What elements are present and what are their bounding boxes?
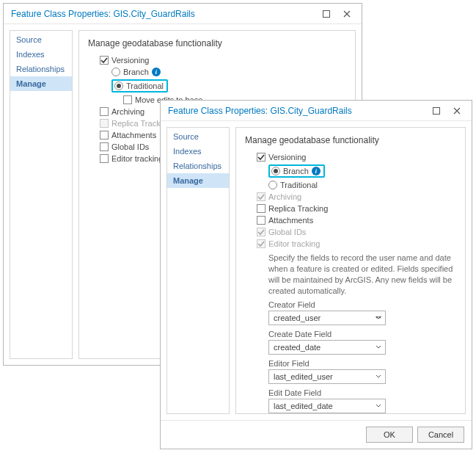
branch-radio[interactable]	[271, 167, 280, 175]
window-title: Feature Class Properties: GIS.City_Guard…	[11, 9, 316, 19]
creator-field-combo[interactable]: created_user	[268, 311, 386, 325]
content-heading: Manage geodatabase functionality	[88, 38, 346, 48]
archiving-label: Archiving	[111, 107, 144, 116]
maximize-button[interactable]	[316, 6, 337, 22]
branch-row[interactable]: Branch i	[88, 66, 346, 78]
traditional-row[interactable]: Traditional	[88, 78, 346, 94]
close-button[interactable]	[337, 6, 357, 22]
editortracking-label: Editor tracking	[268, 239, 320, 248]
globalids-checkbox[interactable]	[100, 142, 109, 151]
sidebar-item-source[interactable]: Source	[10, 32, 72, 47]
traditional-label: Traditional	[280, 181, 318, 189]
branch-highlight: Branch i	[268, 164, 325, 178]
editor-field-combo[interactable]: last_edited_user	[268, 369, 386, 384]
branch-row[interactable]: Branch i	[245, 163, 456, 179]
properties-window-2: Feature Class Properties: GIS.City_Guard…	[160, 100, 472, 449]
globalids-row: Global IDs	[245, 226, 456, 238]
chevron-down-icon	[375, 344, 382, 351]
create-date-label: Create Date Field	[268, 330, 456, 338]
versioning-label: Versioning	[268, 153, 306, 162]
globalids-label: Global IDs	[268, 228, 306, 236]
dialog-footer: OK Cancel	[161, 420, 472, 449]
creator-field-value: created_user	[274, 314, 321, 322]
ok-button[interactable]: OK	[366, 427, 413, 443]
traditional-label: Traditional	[126, 81, 164, 90]
traditional-highlight: Traditional	[111, 79, 168, 93]
traditional-radio[interactable]	[114, 81, 123, 90]
branch-label: Branch	[123, 68, 149, 76]
branch-radio[interactable]	[111, 68, 120, 76]
attachments-label: Attachments	[111, 131, 156, 139]
archiving-checkbox	[257, 192, 266, 201]
editortracking-checkbox[interactable]	[100, 154, 109, 163]
traditional-row[interactable]: Traditional	[245, 179, 456, 191]
info-icon[interactable]: i	[312, 167, 321, 175]
editortracking-description: Specify the fields to record the user na…	[245, 250, 456, 300]
editortracking-checkbox	[257, 239, 266, 248]
versioning-row[interactable]: Versioning	[245, 151, 456, 163]
move-edits-checkbox[interactable]	[123, 95, 132, 104]
versioning-row[interactable]: Versioning	[88, 54, 346, 66]
titlebar: Feature Class Properties: GIS.City_Guard…	[161, 101, 472, 121]
replica-label: Replica Tracking	[268, 204, 328, 213]
versioning-label: Versioning	[111, 56, 149, 65]
info-icon[interactable]: i	[152, 68, 161, 76]
replica-checkbox[interactable]	[257, 204, 266, 213]
sidebar-item-relationships[interactable]: Relationships	[167, 159, 229, 173]
content-panel: Manage geodatabase functionality Version…	[235, 127, 466, 414]
editor-field-value: last_edited_user	[274, 372, 333, 381]
globalids-checkbox	[257, 228, 266, 236]
traditional-radio[interactable]	[268, 181, 277, 189]
sidebar: Source Indexes Relationships Manage	[166, 127, 230, 414]
editortracking-row: Editor tracking	[245, 238, 456, 250]
sidebar-item-manage[interactable]: Manage	[167, 173, 229, 188]
sidebar-item-manage[interactable]: Manage	[10, 76, 72, 91]
attachments-checkbox[interactable]	[100, 131, 109, 139]
chevron-down-icon	[375, 402, 382, 410]
globalids-label: Global IDs	[111, 142, 149, 151]
editortracking-label: Editor tracking	[111, 154, 163, 163]
svg-rect-0	[323, 10, 330, 17]
attachments-checkbox[interactable]	[257, 216, 266, 225]
edit-date-combo[interactable]: last_edited_date	[268, 399, 386, 413]
creator-field-label: Creator Field	[268, 300, 456, 309]
archiving-row: Archiving	[245, 191, 456, 203]
sidebar-item-indexes[interactable]: Indexes	[167, 144, 229, 159]
titlebar: Feature Class Properties: GIS.City_Guard…	[4, 4, 362, 24]
replica-row[interactable]: Replica Tracking	[245, 203, 456, 214]
create-date-combo[interactable]: created_date	[268, 340, 386, 355]
edit-date-label: Edit Date Field	[268, 388, 456, 397]
sidebar: Source Indexes Relationships Manage	[10, 30, 73, 359]
attachments-label: Attachments	[268, 216, 313, 225]
cancel-button[interactable]: Cancel	[417, 427, 464, 443]
window-title: Feature Class Properties: GIS.City_Guard…	[168, 106, 426, 116]
archiving-label: Archiving	[268, 192, 301, 201]
svg-rect-1	[433, 107, 440, 114]
versioning-checkbox[interactable]	[100, 56, 109, 65]
archiving-checkbox[interactable]	[100, 107, 109, 116]
editor-field-label: Editor Field	[268, 359, 456, 368]
close-button[interactable]	[447, 103, 467, 119]
create-date-value: created_date	[274, 343, 321, 352]
content-heading: Manage geodatabase functionality	[245, 135, 456, 145]
sidebar-item-source[interactable]: Source	[167, 129, 229, 144]
sidebar-item-relationships[interactable]: Relationships	[10, 62, 72, 76]
maximize-button[interactable]	[426, 103, 447, 119]
chevron-down-icon	[375, 314, 382, 322]
replica-checkbox	[100, 119, 109, 128]
sidebar-item-indexes[interactable]: Indexes	[10, 47, 72, 62]
branch-label: Branch	[283, 167, 309, 175]
chevron-down-icon	[375, 373, 382, 380]
attachments-row[interactable]: Attachments	[245, 214, 456, 226]
versioning-checkbox[interactable]	[257, 153, 266, 162]
edit-date-value: last_edited_date	[274, 402, 333, 410]
